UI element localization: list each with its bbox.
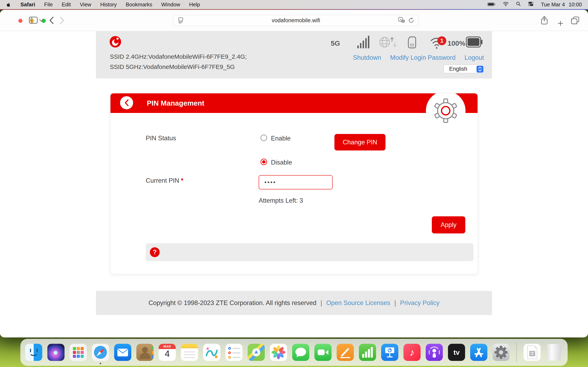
select-stepper-icon [476, 66, 484, 73]
current-pin-label: Current PIN* [146, 177, 183, 184]
open-source-licenses-link[interactable]: Open Source Licenses [326, 299, 390, 307]
control-center-icon[interactable] [528, 1, 534, 8]
menu-item-window[interactable]: Window [161, 1, 180, 8]
dock-calendar-icon[interactable]: MAR 4 [159, 344, 176, 361]
reload-icon[interactable] [408, 17, 415, 24]
enable-radio[interactable] [260, 134, 267, 141]
gear-icon [494, 346, 508, 359]
notes-line [184, 354, 195, 355]
footer-separator: | [394, 299, 396, 307]
modify-login-password-link[interactable]: Modify Login Password [390, 54, 456, 61]
settings-gear-badge [426, 93, 466, 131]
calendar-day-label: 4 [159, 349, 176, 359]
change-pin-button[interactable]: Change PIN [334, 134, 385, 150]
close-window-button[interactable] [18, 19, 22, 23]
page-format-icon[interactable] [178, 17, 183, 24]
battery-icon[interactable] [487, 1, 495, 8]
dock-music-icon[interactable]: ♪ [403, 344, 421, 361]
contacts-silhouette [142, 347, 148, 353]
dock-apple-tv-icon[interactable]: tv [448, 344, 465, 361]
pin-management-card: PIN Management PIN Status Enable Change … [110, 93, 478, 274]
dock-photos-icon[interactable] [270, 344, 287, 361]
help-bar: ? [146, 243, 474, 261]
required-asterisk: * [181, 177, 183, 184]
internet-globe-icon [379, 36, 397, 49]
tv-label: tv [453, 349, 459, 356]
translate-icon[interactable]: A文 [398, 17, 405, 24]
sidebar-toggle-icon[interactable] [29, 17, 38, 24]
footer-separator: | [320, 299, 322, 307]
dock-divider [516, 342, 517, 362]
new-tab-icon[interactable]: ＋ [556, 17, 565, 29]
tab-overview-icon[interactable] [571, 16, 579, 25]
spotlight-search-icon[interactable] [516, 1, 521, 8]
numbers-bar [362, 354, 364, 358]
menu-bar-time[interactable]: 10:00 [569, 1, 582, 8]
dock-messages-icon[interactable] [292, 344, 309, 361]
menu-item-edit[interactable]: Edit [62, 1, 71, 8]
current-pin-input[interactable] [259, 175, 333, 189]
dock-app-store-icon[interactable] [470, 344, 487, 361]
attempts-left-text: Attempts Left: 3 [259, 197, 303, 204]
language-select[interactable]: English [444, 65, 484, 73]
maps-navigation-arrow [252, 348, 260, 356]
gear-icon [433, 98, 458, 124]
help-icon[interactable]: ? [150, 247, 160, 257]
apply-button[interactable]: Apply [432, 216, 465, 234]
dock-downloads-icon[interactable] [523, 344, 541, 361]
menu-bar-date[interactable]: Tue Mar 4 [541, 1, 565, 8]
dock-freeform-icon[interactable] [203, 344, 220, 361]
svg-text:文: 文 [402, 20, 404, 22]
menu-item-help[interactable]: Help [189, 1, 200, 8]
header-links: Shutdown Modify Login Password Logout [353, 54, 484, 61]
dock-notes-icon[interactable] [181, 344, 198, 361]
dock-facetime-icon[interactable] [314, 344, 332, 361]
dock-siri-icon[interactable] [47, 344, 65, 361]
notes-line [184, 351, 195, 352]
forward-button[interactable] [60, 17, 65, 24]
wifi-icon[interactable] [503, 1, 509, 8]
contacts-tab [152, 356, 154, 359]
dock-system-settings-icon[interactable] [493, 344, 510, 361]
enable-radio-label[interactable]: Enable [271, 135, 291, 142]
menu-item-file[interactable]: File [44, 1, 53, 8]
back-navigation-button[interactable] [120, 96, 133, 109]
apple-menu-icon[interactable] [6, 2, 11, 7]
disable-radio-label[interactable]: Disable [271, 159, 292, 166]
share-icon[interactable] [541, 16, 548, 25]
calendar-month-label: MAR [159, 344, 176, 349]
dock-podcasts-icon[interactable] [426, 344, 443, 361]
dock: MAR 4 ♪ tv [20, 339, 568, 366]
safari-window: vodafonemobile.wifi A文 ＋ SSID 2.4GHz:Vod… [0, 10, 588, 337]
device-battery-icon [466, 36, 483, 48]
dock-pages-icon[interactable] [337, 344, 354, 361]
disable-radio[interactable] [260, 159, 267, 165]
dock-reminders-icon[interactable] [225, 344, 242, 361]
dock-safari-icon[interactable] [92, 344, 109, 361]
chevron-down-icon[interactable] [39, 19, 44, 22]
menu-item-bookmarks[interactable]: Bookmarks [126, 1, 152, 8]
signal-strength-icon [357, 35, 370, 50]
address-bar[interactable]: vodafonemobile.wifi A文 [173, 15, 419, 26]
dock-trash-icon[interactable] [546, 344, 563, 361]
dock-keynote-icon[interactable] [381, 344, 398, 361]
back-button[interactable] [49, 17, 54, 24]
logout-link[interactable]: Logout [465, 54, 484, 61]
dock-launchpad-icon[interactable] [70, 344, 87, 361]
privacy-policy-link[interactable]: Privacy Policy [400, 299, 440, 307]
site-header: SSID 2.4GHz:VodafoneMobileWiFi-6F7FE9_2.… [96, 31, 492, 78]
shutdown-link[interactable]: Shutdown [353, 54, 381, 61]
menu-item-safari[interactable]: Safari [20, 1, 35, 8]
contacts-tab [152, 351, 154, 354]
dock-maps-icon[interactable] [248, 344, 265, 361]
browser-toolbar: vodafonemobile.wifi A文 ＋ [0, 10, 588, 31]
menu-item-view[interactable]: View [80, 1, 91, 8]
dock-numbers-icon[interactable] [359, 344, 376, 361]
battery-percent-label: 100% [448, 39, 465, 47]
language-selected-value: English [449, 66, 467, 72]
dock-mail-icon[interactable] [114, 344, 131, 361]
dock-contacts-icon[interactable] [136, 344, 154, 361]
page-title: PIN Management [147, 93, 204, 113]
dock-finder-icon[interactable] [25, 344, 42, 361]
menu-item-history[interactable]: History [100, 1, 117, 8]
